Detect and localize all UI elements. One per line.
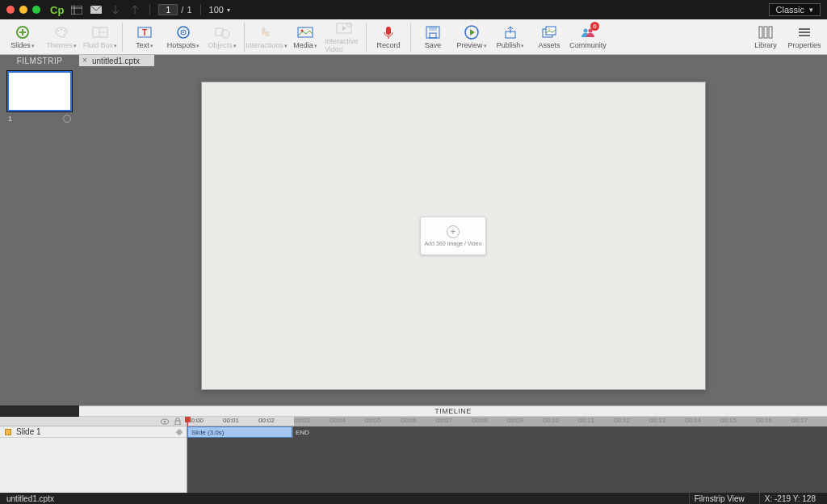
assets-icon bbox=[540, 24, 558, 40]
interactive-video-button: Interactive Video bbox=[325, 20, 363, 54]
mail-icon[interactable] bbox=[90, 3, 103, 16]
svg-marker-23 bbox=[342, 26, 346, 31]
slide-canvas[interactable]: + Add 360 Image / Video bbox=[201, 82, 706, 390]
slides-button[interactable]: Slides▾ bbox=[3, 20, 42, 54]
current-page-input[interactable] bbox=[158, 4, 178, 15]
add-360-media-button[interactable]: + Add 360 Image / Video bbox=[420, 216, 486, 255]
svg-point-44 bbox=[164, 420, 166, 422]
window-controls bbox=[6, 6, 40, 14]
undo-icon[interactable] bbox=[109, 3, 122, 16]
slide-thumbnail[interactable] bbox=[7, 71, 72, 111]
app-logo: Cp bbox=[50, 4, 64, 16]
svg-marker-30 bbox=[470, 29, 475, 36]
redo-icon[interactable] bbox=[128, 3, 141, 16]
vr-slide-icon bbox=[63, 115, 71, 123]
slides-icon bbox=[14, 24, 31, 40]
interactive-video-icon bbox=[335, 20, 353, 36]
slide-number: 1 bbox=[8, 115, 12, 123]
toolbar-label: Objects▾ bbox=[208, 41, 237, 49]
svg-text:T: T bbox=[142, 28, 147, 37]
svg-point-7 bbox=[57, 30, 59, 32]
properties-button[interactable]: Properties bbox=[785, 20, 824, 54]
dashboard-icon[interactable] bbox=[70, 3, 83, 16]
community-button[interactable]: 6Community bbox=[569, 20, 607, 54]
hotspots-button[interactable]: Hotspots▾ bbox=[164, 20, 203, 54]
svg-rect-45 bbox=[175, 421, 180, 425]
svg-point-35 bbox=[584, 29, 588, 33]
timeline-track-row[interactable]: Slide 1 bbox=[0, 426, 187, 438]
library-button[interactable]: Library bbox=[746, 20, 785, 54]
svg-rect-39 bbox=[769, 27, 772, 38]
svg-point-34 bbox=[548, 28, 550, 30]
svg-rect-38 bbox=[764, 27, 767, 38]
workspace-switcher[interactable]: Classic ▾ bbox=[769, 3, 821, 16]
toolbar-label: Media▾ bbox=[293, 41, 317, 49]
document-strip: FILMSTRIP × untitled1.cptx bbox=[0, 55, 827, 66]
document-tab[interactable]: × untitled1.cptx bbox=[79, 55, 154, 66]
community-icon: 6 bbox=[579, 24, 597, 40]
menu-bar: Cp / 1 100 ▾ Classic ▾ bbox=[0, 0, 827, 19]
drop-label: Add 360 Image / Video bbox=[424, 241, 481, 246]
plus-icon: + bbox=[447, 225, 460, 238]
svg-rect-27 bbox=[429, 27, 437, 31]
zoom-value: 100 bbox=[209, 5, 224, 15]
toolbar-label: Slides▾ bbox=[10, 41, 35, 49]
timeline-clips-area[interactable]: Slide (3.0s) END bbox=[187, 426, 827, 493]
media-icon bbox=[296, 24, 314, 40]
timeline-panel: Slide 1 |◂ ◂ ▸ ▸| ▸| 🔇 00:0000:0100:0200… bbox=[0, 417, 827, 504]
svg-rect-0 bbox=[71, 6, 82, 15]
toolbar-label: Record bbox=[376, 41, 400, 49]
status-view-mode[interactable]: Filmstrip View bbox=[689, 493, 749, 504]
svg-rect-37 bbox=[759, 27, 762, 38]
close-window-icon[interactable] bbox=[6, 6, 15, 14]
toolbar-label: Assets bbox=[538, 41, 560, 49]
timeline-header: TIMELINE bbox=[79, 405, 827, 417]
toolbar-label: Interactive Video bbox=[325, 37, 363, 53]
toolbar-label: Publish▾ bbox=[497, 41, 525, 49]
svg-point-17 bbox=[183, 32, 184, 33]
assets-button[interactable]: Assets bbox=[530, 20, 569, 54]
zoom-control[interactable]: 100 ▾ bbox=[209, 5, 230, 15]
svg-point-8 bbox=[61, 29, 62, 31]
text-button[interactable]: TText▾ bbox=[125, 20, 164, 54]
filmstrip-panel: 1 bbox=[0, 66, 79, 405]
preview-button[interactable]: Preview▾ bbox=[452, 20, 491, 54]
toolbar-label: Save bbox=[425, 41, 442, 49]
total-pages: 1 bbox=[187, 5, 191, 15]
timeline-ruler[interactable]: 00:0000:0100:0200:0300:0400:0500:0600:07… bbox=[187, 417, 827, 426]
lock-column-icon[interactable] bbox=[174, 418, 182, 426]
fluid-box-icon bbox=[91, 24, 109, 40]
objects-icon bbox=[213, 24, 231, 40]
publish-button[interactable]: Publish▾ bbox=[491, 20, 530, 54]
slide-clip[interactable]: Slide (3.0s) bbox=[187, 426, 292, 438]
chevron-down-icon: ▾ bbox=[227, 6, 230, 14]
toolbar-label: Interactions▾ bbox=[246, 41, 288, 49]
page-counter: / 1 bbox=[158, 4, 191, 15]
track-marker-icon bbox=[176, 428, 183, 435]
toolbar-label: Text▾ bbox=[136, 41, 153, 49]
media-button[interactable]: Media▾ bbox=[286, 20, 325, 54]
track-color-icon bbox=[5, 429, 11, 435]
timeline-tracks-area: 00:0000:0100:0200:0300:0400:0500:0600:07… bbox=[187, 417, 827, 504]
status-bar: untitled1.cptx Filmstrip View X: -219 Y:… bbox=[0, 493, 827, 504]
zoom-window-icon[interactable] bbox=[32, 6, 40, 14]
page-sep: / bbox=[181, 5, 183, 15]
publish-icon bbox=[502, 24, 519, 40]
save-button[interactable]: Save bbox=[414, 20, 452, 54]
toolbar-label: Themes▾ bbox=[46, 41, 77, 49]
record-icon bbox=[380, 24, 397, 40]
close-tab-icon[interactable]: × bbox=[82, 56, 87, 65]
ruler-tick-label: 00:01 bbox=[223, 417, 239, 424]
interactions-icon bbox=[258, 24, 275, 40]
status-coords: X: -219 Y: 128 bbox=[759, 493, 821, 504]
objects-button: Objects▾ bbox=[203, 20, 241, 54]
main-toolbar: Slides▾Themes▾Fluid Box▾TText▾Hotspots▾O… bbox=[0, 19, 827, 55]
minimize-window-icon[interactable] bbox=[19, 6, 27, 14]
timeline-track-list: Slide 1 |◂ ◂ ▸ ▸| ▸| 🔇 bbox=[0, 417, 187, 504]
toolbar-label: Fluid Box▾ bbox=[83, 41, 118, 49]
svg-rect-25 bbox=[386, 27, 391, 35]
canvas-area: + Add 360 Image / Video bbox=[79, 66, 827, 405]
interactions-button: Interactions▾ bbox=[247, 20, 286, 54]
record-button[interactable]: Record bbox=[369, 20, 408, 54]
visibility-column-icon[interactable] bbox=[161, 418, 169, 426]
